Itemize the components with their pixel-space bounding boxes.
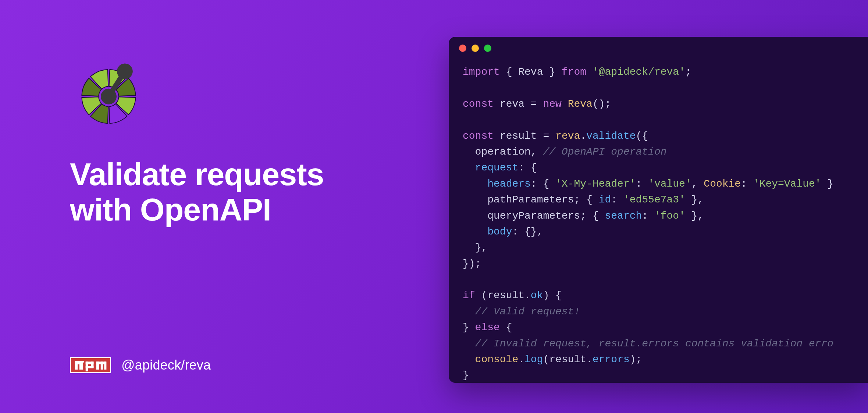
svg-rect-16 [86, 366, 94, 368]
code-token: errors [593, 354, 630, 365]
code-token: Cookie [704, 178, 741, 190]
svg-rect-19 [101, 361, 103, 370]
code-token: request [475, 162, 519, 173]
code-token: }, [463, 242, 487, 253]
code-token: 'ed55e7a3' [623, 194, 685, 205]
code-token: new [543, 98, 561, 110]
code-token: import [463, 66, 500, 78]
code-token: : {}, [512, 226, 543, 237]
code-token: : [636, 178, 648, 190]
code-token: ok [531, 290, 543, 301]
code-token: console [475, 354, 519, 365]
code-token: 'foo' [654, 210, 685, 222]
code-token: } [821, 178, 834, 190]
code-token: . [518, 354, 524, 365]
code-token: const [463, 98, 494, 110]
code-token: if [463, 290, 475, 301]
code-token: } [543, 66, 561, 78]
window-zoom-dot-icon [484, 45, 491, 52]
code-token [562, 98, 568, 110]
code-token: }); [463, 258, 481, 269]
code-token: ( [543, 354, 549, 365]
code-token: = [524, 98, 543, 110]
code-token [463, 162, 475, 173]
code-token: } [463, 322, 475, 333]
code-token: pathParameters [487, 194, 574, 205]
code-token: else [475, 322, 500, 333]
code-token: Reva [518, 66, 543, 78]
code-token: (); [593, 98, 611, 110]
code-token: reva [500, 98, 524, 110]
code-token: result [500, 130, 537, 142]
npm-package-row: @apideck/reva [70, 357, 211, 373]
hero-heading-line2: with OpenAPI [70, 192, 271, 227]
code-token: . [524, 290, 531, 301]
code-token [463, 146, 475, 158]
hero-heading-line1: Validate requests [70, 156, 324, 192]
code-token: , [531, 146, 543, 158]
code-token: id [599, 194, 611, 205]
code-token: // Valid request! [475, 306, 580, 317]
code-token [494, 130, 500, 142]
svg-rect-12 [80, 361, 83, 370]
code-window: import { Reva } from '@apideck/reva'; co… [449, 37, 868, 383]
code-token [463, 194, 487, 205]
code-token [463, 338, 475, 349]
code-token [463, 210, 487, 222]
code-token: 'X-My-Header' [555, 178, 636, 190]
svg-point-3 [117, 63, 133, 79]
code-token: ; { [574, 194, 598, 205]
code-token: operation [475, 146, 531, 158]
window-titlebar [449, 37, 868, 60]
code-token: ); [630, 354, 642, 365]
code-token: : [741, 178, 753, 190]
code-token: headers [487, 178, 531, 190]
code-token: from [562, 66, 586, 78]
code-token: reva [555, 130, 580, 142]
code-token: log [524, 354, 543, 365]
code-token: , [691, 178, 704, 190]
code-token: body [487, 226, 512, 237]
code-token [586, 66, 593, 78]
code-token: result [549, 354, 586, 365]
code-token: { [500, 66, 518, 78]
window-close-dot-icon [459, 45, 466, 52]
code-token: . [580, 130, 586, 142]
svg-rect-20 [104, 361, 106, 370]
code-token: : [642, 210, 654, 222]
code-token: . [586, 354, 593, 365]
code-token: 'value' [648, 178, 691, 190]
code-token [494, 98, 500, 110]
product-logo-icon [73, 55, 145, 127]
code-token: ({ [636, 130, 648, 142]
code-token: ( [475, 290, 488, 301]
code-token [463, 226, 487, 237]
code-token: // Invalid request, result.errors contai… [475, 338, 834, 349]
code-token: ; { [580, 210, 605, 222]
code-token: validate [586, 130, 636, 142]
hero-heading: Validate requests with OpenAPI [70, 156, 401, 227]
code-token: ; [685, 66, 691, 78]
code-token: Reva [568, 98, 593, 110]
code-token: : [611, 194, 623, 205]
code-token: }, [685, 210, 704, 222]
code-token [463, 354, 475, 365]
code-token: { [500, 322, 512, 333]
code-block: import { Reva } from '@apideck/reva'; co… [449, 60, 868, 383]
code-token: 'Key=Value' [753, 178, 821, 190]
package-name: @apideck/reva [121, 357, 211, 373]
code-token: result [487, 290, 524, 301]
code-token: queryParameters [487, 210, 580, 222]
code-token [463, 306, 475, 317]
code-token: } [463, 370, 469, 381]
code-token: }, [685, 194, 704, 205]
code-token: : { [531, 178, 555, 190]
code-token: ) { [543, 290, 561, 301]
code-token: const [463, 130, 494, 142]
code-token: search [605, 210, 642, 222]
code-token: : { [518, 162, 537, 173]
code-token: '@apideck/reva' [593, 66, 685, 78]
code-token: = [537, 130, 555, 142]
code-token [463, 178, 487, 190]
code-token: // OpenAPI operation [543, 146, 666, 158]
